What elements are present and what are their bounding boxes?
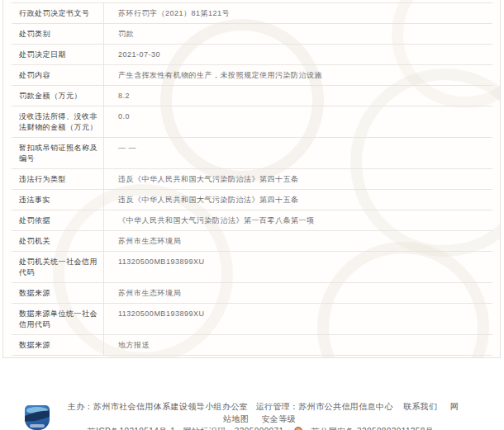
footer-line-1: 主办：苏州市社会信用体系建设领导小组办公室 运行管理：苏州市公共信用信息中心 联… (64, 400, 459, 425)
table-row: 处罚内容 产生含挥发性有机物的生产，未按照规定使用污染防治设施 (12, 65, 492, 86)
footer-link-contact[interactable]: 联系我们 (403, 402, 438, 411)
table-row: 数据来源 苏州市生态环境局 (12, 283, 492, 304)
penalty-detail-panel: 行政处罚决定书文号 苏环行罚字（2021）81第121号 处罚类别 罚款 处罚决… (2, 0, 501, 358)
site-footer: 主办：苏州市社会信用体系建设领导小组办公室 运行管理：苏州市公共信用信息中心 联… (0, 398, 504, 430)
field-label: 处罚依据 (12, 210, 104, 230)
footer-host: 主办：苏州市社会信用体系建设领导小组办公室 (68, 402, 248, 411)
table-row: 没收违法所得、没收非法财物的金额（万元） 0.0 (12, 106, 492, 138)
field-label: 处罚机关 (12, 231, 104, 251)
field-label: 罚款金额（万元） (12, 86, 104, 106)
footer-link-security-level[interactable]: 安全等级 (261, 414, 296, 423)
field-label: 违法事实 (12, 190, 104, 210)
field-value: 产生含挥发性有机物的生产，未按照规定使用污染防治设施 (104, 65, 492, 85)
field-value: 苏环行罚字（2021）81第121号 (104, 3, 492, 23)
field-value: 违反《中华人民共和国大气污染防治法》第四十五条 (104, 169, 492, 189)
page: 行政处罚决定书文号 苏环行罚字（2021）81第121号 处罚类别 罚款 处罚决… (0, 0, 504, 430)
field-value: 苏州市生态环境局 (104, 231, 492, 251)
field-label: 没收违法所得、没收非法财物的金额（万元） (12, 106, 104, 137)
field-value: 地方报送 (104, 335, 492, 355)
table-row: 违法行为类型 违反《中华人民共和国大气污染防治法》第四十五条 (12, 169, 492, 190)
table-row: 罚款金额（万元） 8.2 (12, 86, 492, 106)
field-label: 处罚决定日期 (12, 45, 104, 64)
field-label: 处罚内容 (12, 65, 104, 85)
police-badge-icon (294, 427, 302, 430)
table-row: 处罚机关统一社会信用代码 11320500MB193899XU (12, 252, 492, 283)
penalty-detail-table: 行政处罚决定书文号 苏环行罚字（2021）81第121号 处罚类别 罚款 处罚决… (12, 2, 492, 356)
footer-text: 主办：苏州市社会信用体系建设领导小组办公室 运行管理：苏州市公共信用信息中心 联… (64, 400, 459, 430)
field-value: 《中华人民共和国大气污染防治法》第一百零八条第一项 (104, 210, 492, 230)
footer-operator: 运行管理：苏州市公共信用信息中心 (255, 402, 392, 411)
field-value: 2021-07-30 (104, 45, 492, 64)
table-row: 处罚机关 苏州市生态环境局 (12, 231, 492, 252)
table-row: 处罚决定日期 2021-07-30 (12, 45, 492, 65)
field-value: 苏州市生态环境局 (104, 283, 492, 303)
field-value: — — (104, 138, 492, 168)
field-label: 暂扣或吊销证照名称及编号 (12, 138, 104, 168)
field-label: 行政处罚决定书文号 (12, 3, 104, 23)
table-row: 暂扣或吊销证照名称及编号 — — (12, 138, 492, 169)
table-row: 数据来源单位统一社会信用代码 11320500MB193899XU (12, 304, 492, 335)
site-logo-icon (25, 405, 50, 430)
footer-site-code: 网站标识码：3205000071 (183, 427, 283, 430)
field-label: 处罚类别 (12, 24, 104, 44)
table-row: 处罚依据 《中华人民共和国大气污染防治法》第一百零八条第一项 (12, 210, 492, 231)
field-value: 违反《中华人民共和国大气污染防治法》第四十五条 (104, 190, 492, 210)
field-label: 处罚机关统一社会信用代码 (12, 252, 104, 282)
footer-police-record-link[interactable]: 苏公网安备 32050802011258号 (311, 427, 434, 430)
field-label: 数据来源 (12, 335, 104, 355)
field-label: 数据来源单位统一社会信用代码 (12, 304, 104, 334)
footer-icp: 苏ICP备10219514号-1 (88, 427, 175, 430)
field-value: 11320500MB193899XU (104, 252, 492, 282)
table-row: 数据来源 地方报送 (12, 335, 492, 356)
field-value: 8.2 (104, 86, 492, 106)
footer-line-2: 苏ICP备10219514号-1 网站标识码：3205000071 苏公网安备 … (64, 425, 459, 430)
field-label: 数据来源 (12, 283, 104, 303)
field-value: 11320500MB193899XU (104, 304, 492, 334)
field-label: 违法行为类型 (12, 169, 104, 189)
field-value: 0.0 (104, 106, 492, 137)
table-row: 行政处罚决定书文号 苏环行罚字（2021）81第121号 (12, 3, 492, 24)
field-value: 罚款 (104, 24, 492, 44)
table-row: 处罚类别 罚款 (12, 24, 492, 45)
table-row: 违法事实 违反《中华人民共和国大气污染防治法》第四十五条 (12, 190, 492, 210)
